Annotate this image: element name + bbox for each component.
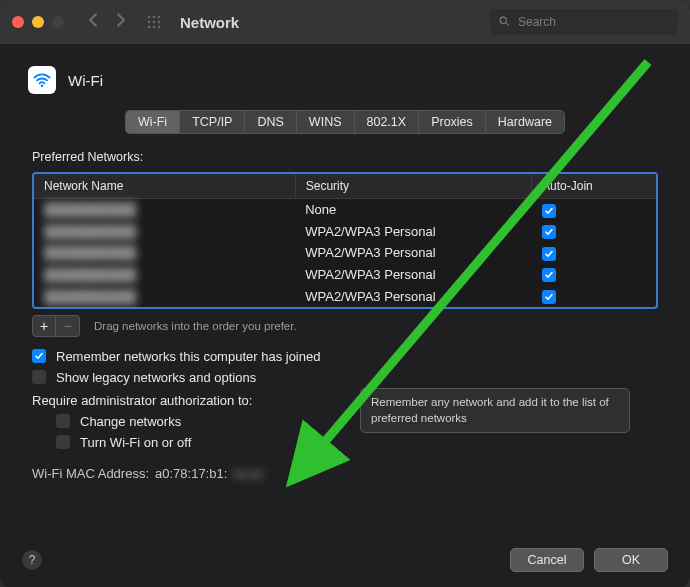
- network-name-cell: ██████████: [34, 221, 295, 243]
- table-row[interactable]: ██████████WPA2/WPA3 Personal: [34, 221, 656, 243]
- search-icon: [498, 13, 510, 31]
- wifi-icon: [28, 66, 56, 94]
- forward-button[interactable]: [114, 13, 128, 31]
- mac-address-row: Wi-Fi MAC Address: a0:78:17:b1: xx:xx: [32, 466, 658, 481]
- autojoin-checkbox[interactable]: [542, 204, 556, 218]
- tab-8021x[interactable]: 802.1X: [354, 110, 419, 134]
- svg-line-10: [506, 23, 509, 26]
- svg-point-1: [153, 16, 156, 19]
- close-window-button[interactable]: [12, 16, 24, 28]
- network-name-cell: ██████████: [34, 264, 295, 286]
- minimize-window-button[interactable]: [32, 16, 44, 28]
- show-legacy-label: Show legacy networks and options: [56, 370, 256, 385]
- tab-bar: Wi-FiTCP/IPDNSWINS802.1XProxiesHardware: [28, 110, 662, 134]
- nav-arrows: [86, 13, 128, 31]
- network-name-cell: ██████████: [34, 199, 295, 221]
- network-autojoin-cell: [532, 221, 656, 243]
- help-button[interactable]: ?: [22, 550, 42, 570]
- col-auto-join[interactable]: Auto-Join: [532, 174, 656, 199]
- svg-point-8: [158, 26, 161, 29]
- tab-proxies[interactable]: Proxies: [418, 110, 485, 134]
- svg-point-11: [41, 85, 44, 88]
- preferences-window: Network Wi-Fi Wi-FiTCP/IPDNSWINS802.1XPr…: [0, 0, 690, 587]
- col-security[interactable]: Security: [295, 174, 531, 199]
- window-title: Network: [180, 14, 239, 31]
- autojoin-checkbox[interactable]: [542, 268, 556, 282]
- svg-point-3: [148, 21, 151, 24]
- col-network-name[interactable]: Network Name: [34, 174, 295, 199]
- remember-networks-tooltip: Remember any network and add it to the l…: [360, 388, 630, 433]
- add-network-button[interactable]: +: [32, 315, 56, 337]
- autojoin-checkbox[interactable]: [542, 225, 556, 239]
- admin-change-networks-label: Change networks: [80, 414, 181, 429]
- network-autojoin-cell: [532, 285, 656, 307]
- admin-toggle-wifi-checkbox[interactable]: [56, 435, 70, 449]
- remove-network-button[interactable]: −: [56, 315, 80, 337]
- network-autojoin-cell: [532, 199, 656, 221]
- ok-button[interactable]: OK: [594, 548, 668, 572]
- page-heading: Wi-Fi: [28, 66, 662, 94]
- remember-networks-checkbox[interactable]: [32, 349, 46, 363]
- svg-point-0: [148, 16, 151, 19]
- svg-point-4: [153, 21, 156, 24]
- network-security-cell: None: [295, 199, 531, 221]
- tab-wifi[interactable]: Wi-Fi: [125, 110, 179, 134]
- tab-tcpip[interactable]: TCP/IP: [179, 110, 244, 134]
- cancel-button[interactable]: Cancel: [510, 548, 584, 572]
- table-row[interactable]: ██████████WPA2/WPA3 Personal: [34, 242, 656, 264]
- window-controls: [12, 16, 64, 28]
- tab-dns[interactable]: DNS: [244, 110, 295, 134]
- drag-hint: Drag networks into the order you prefer.: [94, 320, 297, 332]
- autojoin-checkbox[interactable]: [542, 247, 556, 261]
- network-security-cell: WPA2/WPA3 Personal: [295, 285, 531, 307]
- autojoin-checkbox[interactable]: [542, 290, 556, 304]
- mac-address-value: a0:78:17:b1:: [155, 466, 227, 481]
- svg-point-6: [148, 26, 151, 29]
- table-row[interactable]: ██████████WPA2/WPA3 Personal: [34, 285, 656, 307]
- admin-toggle-wifi-row[interactable]: Turn Wi-Fi on or off: [56, 435, 658, 450]
- preferred-networks-table[interactable]: Network Name Security Auto-Join ████████…: [32, 172, 658, 309]
- tab-wins[interactable]: WINS: [296, 110, 354, 134]
- page-title: Wi-Fi: [68, 72, 103, 89]
- admin-change-networks-checkbox[interactable]: [56, 414, 70, 428]
- svg-point-7: [153, 26, 156, 29]
- show-legacy-checkbox[interactable]: [32, 370, 46, 384]
- dialog-footer: ? Cancel OK: [0, 533, 690, 587]
- table-row[interactable]: ██████████None: [34, 199, 656, 221]
- network-security-cell: WPA2/WPA3 Personal: [295, 242, 531, 264]
- search-field[interactable]: [490, 9, 678, 35]
- network-name-cell: ██████████: [34, 242, 295, 264]
- show-legacy-row[interactable]: Show legacy networks and options: [32, 370, 658, 385]
- network-autojoin-cell: [532, 242, 656, 264]
- preferred-networks-label: Preferred Networks:: [32, 150, 658, 164]
- remember-networks-label: Remember networks this computer has join…: [56, 349, 320, 364]
- table-row[interactable]: ██████████WPA2/WPA3 Personal: [34, 264, 656, 286]
- titlebar: Network: [0, 0, 690, 44]
- network-autojoin-cell: [532, 264, 656, 286]
- network-security-cell: WPA2/WPA3 Personal: [295, 221, 531, 243]
- svg-point-2: [158, 16, 161, 19]
- admin-toggle-wifi-label: Turn Wi-Fi on or off: [80, 435, 191, 450]
- mac-address-label: Wi-Fi MAC Address:: [32, 466, 149, 481]
- zoom-window-button[interactable]: [52, 16, 64, 28]
- back-button[interactable]: [86, 13, 100, 31]
- network-name-cell: ██████████: [34, 285, 295, 307]
- mac-address-redacted: xx:xx: [233, 466, 263, 481]
- tab-hardware[interactable]: Hardware: [485, 110, 565, 134]
- remember-networks-row[interactable]: Remember networks this computer has join…: [32, 349, 658, 364]
- show-all-icon[interactable]: [146, 14, 162, 30]
- svg-point-5: [158, 21, 161, 24]
- network-security-cell: WPA2/WPA3 Personal: [295, 264, 531, 286]
- search-input[interactable]: [516, 14, 670, 30]
